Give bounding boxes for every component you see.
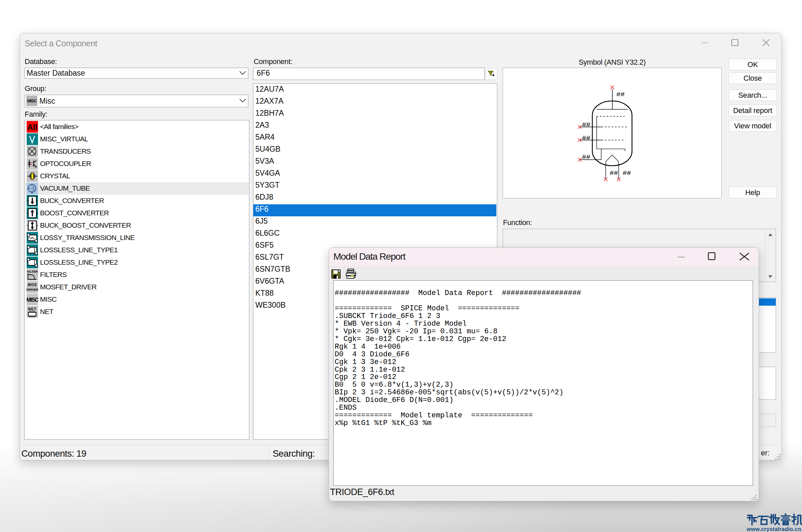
svg-text:MOS: MOS xyxy=(28,283,37,287)
svg-text:FILTER: FILTER xyxy=(27,270,38,273)
svg-text:All: All xyxy=(27,123,38,132)
svg-text:DRIVER: DRIVER xyxy=(26,288,38,291)
svg-text:NET: NET xyxy=(28,307,37,311)
svg-text:MISC: MISC xyxy=(26,297,39,303)
